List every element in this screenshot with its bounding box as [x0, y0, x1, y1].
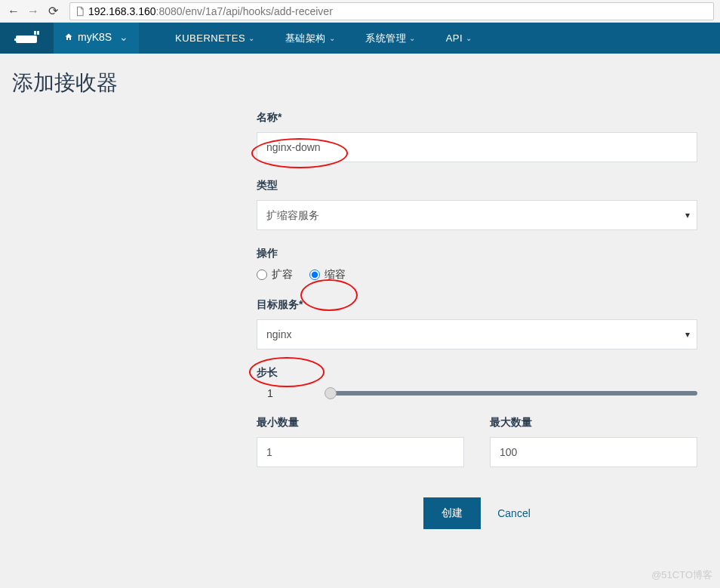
name-input[interactable]: [257, 132, 697, 162]
nav-item-label: API: [446, 32, 463, 44]
nav-api[interactable]: API⌄: [432, 23, 489, 54]
target-select[interactable]: nginx: [257, 319, 697, 349]
environment-selector[interactable]: myK8S ⌄: [54, 23, 139, 54]
back-button[interactable]: ←: [6, 4, 21, 19]
radio-label: 扩容: [272, 268, 293, 282]
url-text: 192.168.3.160:8080/env/1a7/api/hooks/add…: [88, 5, 333, 17]
logo[interactable]: [0, 23, 54, 54]
step-slider[interactable]: [331, 391, 697, 396]
min-label: 最小数量: [257, 416, 464, 429]
page-title: 添加接收器: [12, 69, 708, 97]
action-group: 操作 扩容 缩容: [257, 247, 697, 282]
step-value: 1: [257, 387, 285, 399]
type-select[interactable]: 扩缩容服务: [257, 200, 697, 230]
step-label: 步长: [257, 366, 697, 380]
scale-down-radio[interactable]: [309, 269, 320, 280]
target-label: 目标服务*: [257, 298, 697, 312]
cancel-button[interactable]: Cancel: [497, 507, 531, 519]
scale-up-option[interactable]: 扩容: [257, 268, 293, 282]
svg-rect-2: [37, 31, 39, 35]
nav-infrastructure[interactable]: 基础架构⌄: [272, 23, 352, 54]
step-group: 步长 1: [257, 366, 697, 399]
rancher-logo-icon: [14, 31, 40, 46]
nav-admin[interactable]: 系统管理⌄: [352, 23, 432, 54]
max-label: 最大数量: [490, 416, 697, 429]
address-bar[interactable]: 192.168.3.160:8080/env/1a7/api/hooks/add…: [69, 2, 714, 20]
svg-rect-1: [14, 38, 17, 41]
max-input[interactable]: [490, 437, 697, 467]
receiver-form: 名称* 类型 扩缩容服务 操作 扩容 缩容 目标服务* nginx: [257, 111, 697, 529]
button-row: 创建 Cancel: [257, 497, 697, 529]
scale-down-option[interactable]: 缩容: [309, 268, 346, 282]
chevron-down-icon: ⌄: [329, 34, 336, 42]
name-label: 名称*: [257, 111, 697, 125]
watermark: @51CTO博客: [651, 568, 712, 582]
page-content: 添加接收器 名称* 类型 扩缩容服务 操作 扩容 缩容 目标服务*: [0, 54, 720, 544]
nav-kubernetes[interactable]: KUBERNETES⌄: [162, 23, 272, 54]
target-group: 目标服务* nginx: [257, 298, 697, 349]
chevron-down-icon: ⌄: [409, 34, 416, 42]
minmax-row: 最小数量 最大数量: [257, 416, 697, 467]
min-input[interactable]: [257, 437, 464, 467]
min-group: 最小数量: [257, 416, 464, 467]
nav-item-label: 基础架构: [285, 32, 326, 45]
home-icon: [64, 32, 73, 42]
radio-label: 缩容: [325, 268, 346, 282]
create-button[interactable]: 创建: [423, 497, 481, 529]
svg-rect-0: [16, 35, 37, 43]
browser-toolbar: ← → ⟳ 192.168.3.160:8080/env/1a7/api/hoo…: [0, 0, 720, 23]
forward-button[interactable]: →: [26, 4, 41, 19]
chevron-down-icon: ⌄: [248, 34, 255, 42]
max-group: 最大数量: [490, 416, 697, 467]
name-group: 名称*: [257, 111, 697, 162]
main-nav: myK8S ⌄ KUBERNETES⌄ 基础架构⌄ 系统管理⌄ API⌄: [0, 23, 720, 54]
chevron-down-icon: ⌄: [466, 34, 472, 42]
chevron-down-icon: ⌄: [116, 31, 128, 43]
type-label: 类型: [257, 179, 697, 192]
scale-up-radio[interactable]: [257, 269, 267, 280]
svg-rect-3: [34, 31, 36, 35]
environment-name: myK8S: [78, 31, 112, 43]
nav-item-label: 系统管理: [365, 32, 406, 45]
type-group: 类型 扩缩容服务: [257, 179, 697, 230]
nav-item-label: KUBERNETES: [175, 32, 245, 44]
action-label: 操作: [257, 247, 697, 260]
page-icon: [75, 6, 85, 17]
reload-button[interactable]: ⟳: [45, 4, 60, 19]
slider-thumb[interactable]: [325, 387, 337, 399]
